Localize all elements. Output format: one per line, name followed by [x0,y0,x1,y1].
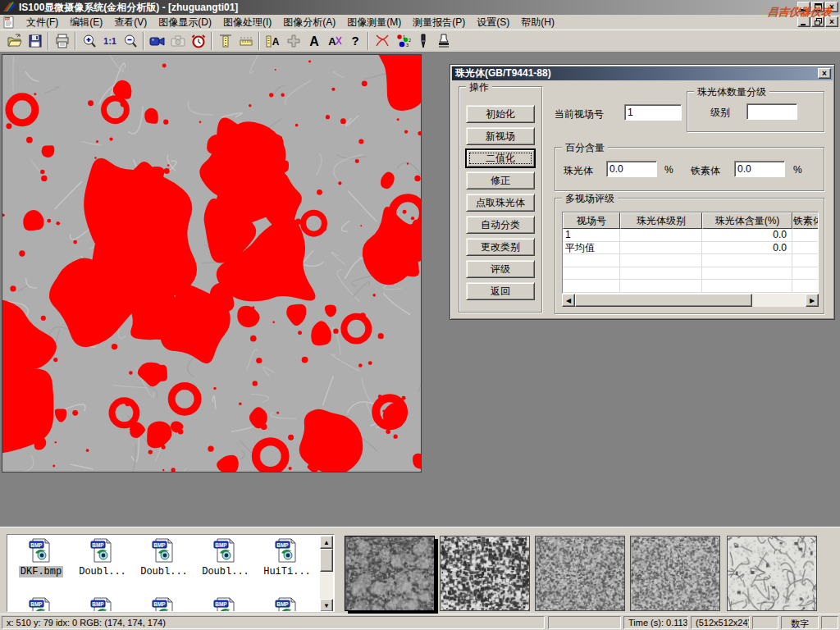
toolbar-button-zoom-out[interactable] [120,31,140,51]
op-button-8[interactable]: 返回 [466,282,535,300]
menu-item-0[interactable]: 文件(F) [21,15,64,30]
toolbar-button-timer-clock[interactable] [188,31,208,51]
actual-size-icon: 1:1 [102,33,118,49]
scroll-right-icon[interactable]: ▶ [806,294,819,307]
toolbar-button-help[interactable]: ? [345,31,365,51]
toolbar-button-zoom-in[interactable] [79,31,99,51]
scroll-up-icon[interactable]: ▲ [320,536,333,549]
mdi-close-button[interactable]: × [825,16,838,27]
toolbar-button-pick-pen[interactable] [413,31,433,51]
table-row-empty-1[interactable] [563,267,818,281]
table-row-0[interactable]: 10.0 [563,229,818,242]
title-bar: IS100显微摄像系统(金相分析版) - [zhuguangti01] × [0,0,840,15]
file-vscrollbar[interactable]: ▲ ▼ [320,536,333,612]
menu-item-4[interactable]: 图像处理(I) [217,15,277,30]
vscroll-thumb[interactable] [320,549,333,572]
document-icon[interactable]: DOC [2,16,17,29]
toolbar: 1:1AAA?123 [0,30,840,52]
toolbar-button-open[interactable] [4,31,25,51]
toolbar-button-save[interactable] [25,31,45,51]
file-item-3[interactable]: BMPDoubl... [195,538,256,578]
gallery-thumbnail-0[interactable] [345,536,435,611]
toolbar-button-actual-size[interactable]: 1:1 [99,31,120,51]
menu-item-9[interactable]: 帮助(H) [515,15,560,30]
hscroll-thumb[interactable] [575,294,752,307]
file-item-4[interactable]: BMPHuiTi... [257,538,317,578]
file-item-row2-3[interactable]: BMP [195,597,256,612]
toolbar-button-stamp-tool[interactable] [433,31,454,51]
toolbar-button-snapshot-camera[interactable] [167,31,188,51]
menu-item-3[interactable]: 图像显示(D) [153,15,217,30]
toolbar-button-annotate-measure[interactable]: A [262,31,283,51]
svg-text:BMP: BMP [153,542,166,548]
op-button-7[interactable]: 评级 [466,260,535,278]
toolbar-separator [48,32,49,50]
current-field-input[interactable] [624,104,682,121]
gallery-thumbnail-4[interactable] [727,536,817,611]
op-button-4[interactable]: 点取珠光体 [466,194,535,212]
file-name: Doubl... [139,566,189,578]
dialog-close-icon[interactable]: × [818,68,831,79]
gallery-thumbnail-3[interactable] [630,536,720,611]
table-hscrollbar[interactable]: ◀ ▶ [562,294,819,307]
op-button-3[interactable]: 修正 [466,171,535,189]
menu-item-6[interactable]: 图像测量(M) [341,15,407,30]
ferrite-percent-input[interactable] [734,161,785,177]
bmp-file-icon: BMP [152,554,176,565]
table-row-empty-2[interactable] [563,280,818,293]
pearlite-percent-input[interactable] [606,161,657,177]
table-header-3[interactable]: 铁素体含量(%) [792,212,819,229]
table-row-empty-0[interactable] [563,254,818,267]
toolbar-button-print[interactable] [52,31,72,51]
toolbar-button-caliper[interactable] [215,31,235,51]
annotate-measure-icon: A [265,33,281,49]
op-button-1[interactable]: 新视场 [466,127,535,145]
toolbar-button-video-camera[interactable] [147,31,167,51]
app-icon [2,1,16,15]
table-header-0[interactable]: 视场号 [563,212,620,229]
menu-item-2[interactable]: 查看(V) [108,15,153,30]
rating-table[interactable]: 视场号珠光体级别珠光体含量(%)铁素体含量(%) 10.0平均值0.0 [562,212,819,294]
gallery-thumbnail-1[interactable] [440,536,530,611]
menu-item-1[interactable]: 编辑(E) [64,15,108,30]
menu-item-8[interactable]: 设置(S) [471,15,515,30]
toolbar-button-text-format[interactable]: A [324,31,345,51]
toolbar-button-curve-tool[interactable] [372,31,392,51]
table-row-1[interactable]: 平均值0.0 [563,242,818,255]
file-item-row2-1[interactable]: BMP [72,597,133,612]
table-header-1[interactable]: 珠光体级别 [620,212,702,229]
table-header-2[interactable]: 珠光体含量(%) [702,212,792,229]
minimize-button[interactable] [797,2,810,12]
mdi-restore-button[interactable] [811,16,824,27]
status-image-size: (512x512x24) [691,616,750,629]
file-item-2[interactable]: BMPDoubl... [134,538,194,578]
specimen-image[interactable] [2,54,422,472]
help-icon: ? [347,33,363,49]
menu-item-7[interactable]: 测量报告(P) [407,15,471,30]
scroll-left-icon[interactable]: ◀ [562,294,575,307]
maximize-button[interactable] [811,2,824,12]
toolbar-button-ruler[interactable] [235,31,256,51]
file-item-1[interactable]: BMPDoubl... [72,538,133,578]
op-button-2[interactable]: 二值化 [466,149,535,167]
toolbar-button-classify-balls[interactable]: 123 [392,31,413,51]
scroll-down-icon[interactable]: ▼ [320,599,333,612]
current-field-label: 当前视场号 [555,107,604,121]
file-item-row2-2[interactable]: BMP [134,597,194,612]
mdi-minimize-button[interactable] [797,16,810,27]
op-button-5[interactable]: 自动分类 [466,216,535,234]
toolbar-button-merge-cross[interactable] [283,31,304,51]
file-item-row2-4[interactable]: BMP [257,597,317,612]
operation-group: 操作 初始化新视场二值化修正点取珠光体自动分类更改类别评级返回 [459,86,542,313]
file-item-0[interactable]: BMPDKF.bmp [11,538,71,578]
toolbar-button-text-a[interactable]: A [304,31,324,51]
grade-input[interactable] [746,103,797,120]
file-item-row2-0[interactable]: BMP [11,597,71,612]
op-button-6[interactable]: 更改类别 [466,238,535,256]
close-button[interactable]: × [825,2,838,12]
menu-item-5[interactable]: 图像分析(A) [277,15,341,30]
op-button-0[interactable]: 初始化 [466,105,535,123]
dialog-title-bar[interactable]: 珠光体(GB/T9441-88) × [452,66,833,80]
gallery-thumbnail-2[interactable] [535,536,625,611]
zoom-in-icon [81,33,98,49]
